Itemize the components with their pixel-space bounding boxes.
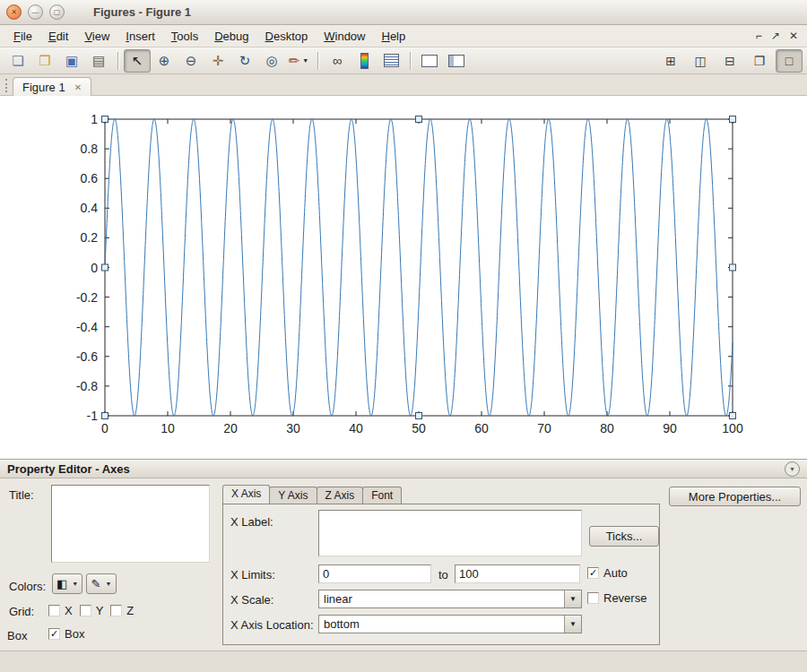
- reverse-checkbox[interactable]: Reverse: [587, 591, 646, 605]
- tab-figure-1[interactable]: Figure 1✕: [13, 77, 91, 96]
- data-cursor-icon[interactable]: ◎: [258, 49, 285, 73]
- more-properties-button[interactable]: More Properties...: [669, 487, 801, 506]
- grid-checkboxes: XYZ: [48, 604, 141, 619]
- checkbox-box[interactable]: [80, 605, 91, 616]
- ticks-button[interactable]: Ticks...: [589, 526, 659, 547]
- pointer-icon[interactable]: ↖: [124, 49, 151, 73]
- dock-vertical-icon[interactable]: ◫: [687, 49, 714, 73]
- title-input[interactable]: [51, 485, 210, 563]
- x-limits-max-field[interactable]: 100: [455, 564, 580, 583]
- tab-z-axis[interactable]: Z Axis: [317, 487, 364, 504]
- checkbox-box[interactable]: [587, 592, 599, 604]
- menu-bar-controls: ⌐↗✕: [756, 30, 807, 42]
- collapse-panel-icon[interactable]: ▾: [785, 461, 800, 477]
- brush-icon[interactable]: ✏▼: [285, 49, 312, 73]
- tab-x-axis[interactable]: X Axis: [222, 485, 270, 504]
- menu-file[interactable]: File: [5, 27, 40, 46]
- menu-edit[interactable]: Edit: [40, 27, 76, 46]
- svg-text:0.6: 0.6: [81, 171, 99, 185]
- x-label-input[interactable]: [318, 510, 582, 556]
- menu-help[interactable]: Help: [373, 27, 413, 46]
- zoom-in-icon[interactable]: ⊕: [151, 49, 178, 73]
- dock-horizontal-icon[interactable]: ⊟: [716, 49, 743, 73]
- x-axis-location-label: X Axis Location:: [230, 618, 314, 632]
- new-file-icon[interactable]: ❏: [4, 49, 31, 73]
- insert-legend-icon[interactable]: [377, 49, 404, 73]
- menu-tools[interactable]: Tools: [163, 27, 206, 46]
- svg-text:80: 80: [600, 421, 614, 435]
- grid-y-checkbox[interactable]: Y: [80, 604, 104, 617]
- figure-toolbar: ❏❒▣▤↖⊕⊖✛↻◎✏▼∞ ⊞◫⊟❐□: [0, 47, 807, 74]
- svg-text:0.2: 0.2: [81, 230, 99, 245]
- maximize-window-icon[interactable]: ▢: [49, 4, 65, 20]
- selection-handle[interactable]: [730, 116, 736, 123]
- svg-text:90: 90: [663, 421, 677, 435]
- close-window-icon[interactable]: ✕: [6, 4, 22, 20]
- checkbox-box[interactable]: ✓: [587, 567, 599, 579]
- menu-debug[interactable]: Debug: [206, 27, 256, 46]
- svg-text:70: 70: [537, 421, 551, 435]
- close-figures-icon[interactable]: ✕: [789, 30, 798, 42]
- chevron-down-icon[interactable]: ▼: [564, 590, 581, 607]
- dock-icon[interactable]: ⌐: [756, 30, 762, 42]
- tab-close-icon[interactable]: ✕: [74, 82, 82, 92]
- figure-plot[interactable]: 0102030405060708090100-1-0.8-0.6-0.4-0.2…: [0, 96, 807, 459]
- selection-handle[interactable]: [102, 264, 108, 271]
- save-icon[interactable]: ▣: [58, 49, 85, 73]
- svg-text:0: 0: [91, 261, 98, 275]
- x-axis-location-combo[interactable]: bottom ▼: [318, 615, 582, 633]
- undock-icon[interactable]: ↗: [771, 30, 780, 42]
- minimize-window-icon[interactable]: —: [28, 4, 43, 20]
- line-color-button[interactable]: ✎▼: [86, 573, 117, 594]
- checkbox-box[interactable]: ✓: [48, 628, 60, 640]
- selection-handle[interactable]: [730, 264, 736, 271]
- checkbox-box[interactable]: [48, 605, 60, 616]
- fill-color-button[interactable]: ◧▼: [52, 573, 82, 594]
- dock-grid-icon[interactable]: ⊞: [657, 49, 684, 73]
- dock-maximized-icon[interactable]: □: [776, 49, 803, 73]
- svg-text:-0.8: -0.8: [76, 379, 98, 393]
- axis-tabs: X AxisY AxisZ AxisFont: [222, 486, 660, 504]
- x-label-label: X Label:: [230, 515, 273, 529]
- x-scale-value: linear: [319, 592, 564, 606]
- show-plot-tools-icon[interactable]: [443, 49, 470, 73]
- pan-icon[interactable]: ✛: [204, 49, 231, 73]
- print-icon[interactable]: ▤: [85, 49, 112, 73]
- tab-y-axis[interactable]: Y Axis: [269, 487, 317, 504]
- to-label: to: [438, 568, 448, 582]
- hide-plot-tools-icon[interactable]: [416, 49, 443, 73]
- chevron-down-icon[interactable]: ▼: [564, 616, 581, 633]
- figure-canvas[interactable]: 0102030405060708090100-1-0.8-0.6-0.4-0.2…: [0, 96, 807, 459]
- x-limits-min-field[interactable]: 0: [318, 564, 431, 583]
- selection-handle[interactable]: [416, 413, 422, 419]
- menu-desktop[interactable]: Desktop: [257, 27, 317, 46]
- selection-handle[interactable]: [102, 413, 108, 419]
- property-editor-header[interactable]: Property Editor - Axes ▾: [0, 459, 807, 478]
- rotate-3d-icon[interactable]: ↻: [231, 49, 258, 73]
- selection-handle[interactable]: [730, 413, 736, 419]
- tabbar-grip-icon[interactable]: [5, 79, 7, 92]
- open-icon[interactable]: ❒: [31, 49, 58, 73]
- link-plot-icon[interactable]: ∞: [324, 49, 351, 73]
- checkbox-box[interactable]: [110, 605, 122, 616]
- x-scale-label: X Scale:: [230, 593, 273, 607]
- grid-z-checkbox[interactable]: Z: [110, 604, 134, 617]
- status-bar: [0, 650, 807, 672]
- menu-window[interactable]: Window: [316, 27, 373, 46]
- tab-font[interactable]: Font: [362, 487, 402, 504]
- x-scale-combo[interactable]: linear ▼: [318, 590, 582, 608]
- menu-view[interactable]: View: [76, 27, 117, 46]
- auto-checkbox[interactable]: ✓Auto: [587, 566, 628, 580]
- dropdown-arrow-icon: ▼: [302, 57, 308, 64]
- insert-colorbar-icon[interactable]: [351, 49, 377, 73]
- selection-handle[interactable]: [102, 116, 108, 123]
- grid-x-checkbox[interactable]: X: [48, 604, 73, 617]
- box-checkbox[interactable]: ✓Box: [48, 627, 84, 641]
- dock-cascade-icon[interactable]: ❐: [746, 49, 773, 73]
- toolbar-items: ❏❒▣▤↖⊕⊖✛↻◎✏▼∞: [4, 49, 470, 73]
- selection-handle[interactable]: [416, 116, 422, 123]
- x-axis-location-value: bottom: [319, 617, 564, 631]
- menu-insert[interactable]: Insert: [117, 27, 163, 46]
- dropdown-arrow-icon: ▼: [72, 581, 78, 587]
- zoom-out-icon[interactable]: ⊖: [178, 49, 204, 73]
